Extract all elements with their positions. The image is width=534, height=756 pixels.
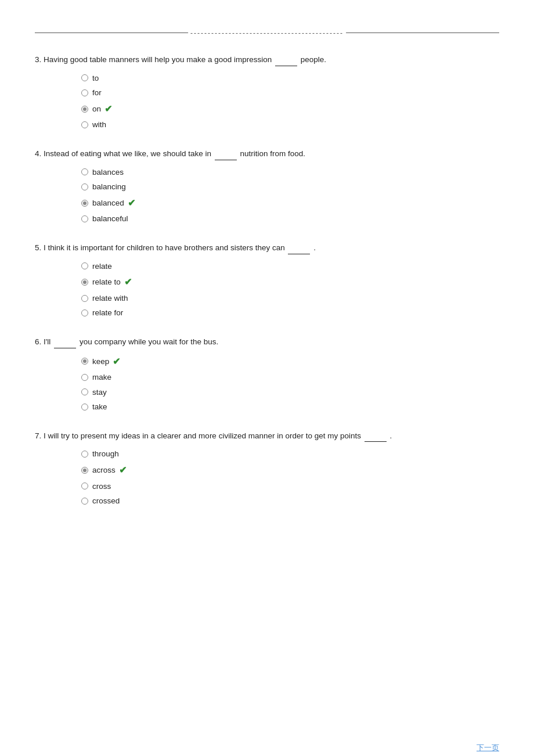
list-item[interactable]: cross (81, 480, 499, 493)
q4-option-a-label: balances (92, 166, 124, 179)
top-dashes: ----------------------------------------… (188, 29, 346, 37)
correct-checkmark: ✔ (104, 102, 112, 117)
list-item[interactable]: relate to ✔ (81, 275, 499, 290)
q5-text-before: 5. I think it is important for children … (35, 243, 285, 252)
radio-q7-c[interactable] (81, 483, 88, 489)
q5-option-c-label: relate with (92, 292, 128, 305)
correct-checkmark: ✔ (124, 275, 132, 290)
q5-text-after: . (313, 243, 316, 252)
radio-q5-b[interactable] (81, 279, 88, 286)
list-item[interactable]: across ✔ (81, 463, 499, 478)
q3-text-before: 3. Having good table manners will help y… (35, 55, 272, 64)
question-5-block: 5. I think it is important for children … (35, 242, 499, 319)
radio-q4-d[interactable] (81, 215, 88, 222)
q7-option-c-label: cross (92, 480, 111, 493)
list-item[interactable]: for (81, 87, 499, 99)
radio-q3-a[interactable] (81, 74, 88, 81)
list-item[interactable]: relate (81, 260, 499, 273)
list-item[interactable]: on ✔ (81, 102, 499, 117)
q3-text-after: people. (301, 55, 326, 64)
radio-q6-d[interactable] (81, 404, 88, 411)
q3-option-a-label: to (92, 72, 99, 85)
top-divider: ----------------------------------------… (35, 29, 499, 36)
q6-option-c-label: stay (92, 386, 107, 399)
q7-option-a-label: through (92, 448, 119, 460)
q3-options: to for on ✔ with (81, 72, 499, 131)
radio-q4-b[interactable] (81, 183, 88, 190)
radio-q4-c[interactable] (81, 200, 88, 207)
list-item[interactable]: relate for (81, 307, 499, 319)
correct-checkmark: ✔ (119, 463, 127, 478)
q6-text-after: you company while you wait for the bus. (80, 337, 218, 346)
question-6-text: 6. I'll you company while you wait for t… (35, 336, 499, 348)
list-item[interactable]: through (81, 448, 499, 460)
radio-q7-b[interactable] (81, 467, 88, 474)
list-item[interactable]: balancing (81, 181, 499, 193)
list-item[interactable]: relate with (81, 292, 499, 305)
correct-checkmark: ✔ (128, 196, 135, 211)
q4-option-c-label: balanced (92, 197, 124, 210)
q4-option-b-label: balancing (92, 181, 126, 193)
q7-text-before: 7. I will try to present my ideas in a c… (35, 431, 361, 440)
list-item[interactable]: with (81, 118, 499, 131)
radio-q4-a[interactable] (81, 168, 88, 175)
q5-options: relate relate to ✔ relate with relate fo… (81, 260, 499, 319)
radio-q7-d[interactable] (81, 498, 88, 505)
q4-text-after: nutrition from food. (240, 149, 305, 158)
q5-option-a-label: relate (92, 260, 112, 273)
radio-q6-a[interactable] (81, 358, 88, 365)
list-item[interactable]: crossed (81, 495, 499, 507)
radio-q7-a[interactable] (81, 451, 88, 458)
radio-q3-b[interactable] (81, 89, 88, 96)
radio-q5-a[interactable] (81, 262, 88, 269)
list-item[interactable]: balanceful (81, 213, 499, 225)
q7-option-d-label: crossed (92, 495, 120, 507)
list-item[interactable]: keep ✔ (81, 354, 499, 369)
q5-option-d-label: relate for (92, 307, 123, 319)
list-item[interactable]: balanced ✔ (81, 196, 499, 211)
q7-text-after: . (390, 431, 392, 440)
question-5-text: 5. I think it is important for children … (35, 242, 499, 254)
q3-option-d-label: with (92, 118, 106, 131)
question-7-text: 7. I will try to present my ideas in a c… (35, 430, 499, 442)
radio-q5-c[interactable] (81, 295, 88, 302)
list-item[interactable]: stay (81, 386, 499, 399)
list-item[interactable]: balances (81, 166, 499, 179)
next-page-link[interactable]: 下一页 (477, 743, 499, 753)
q5-blank (288, 254, 310, 254)
q4-options: balances balancing balanced ✔ balanceful (81, 166, 499, 225)
radio-q6-c[interactable] (81, 388, 88, 395)
radio-q5-d[interactable] (81, 309, 88, 316)
q4-option-d-label: balanceful (92, 213, 128, 225)
correct-checkmark: ✔ (113, 354, 120, 369)
question-3-text: 3. Having good table manners will help y… (35, 53, 499, 66)
q7-blank (365, 441, 387, 442)
list-item[interactable]: to (81, 72, 499, 85)
q3-option-c-label: on (92, 103, 101, 116)
q6-options: keep ✔ make stay take (81, 354, 499, 413)
radio-q3-d[interactable] (81, 121, 88, 128)
q3-blank (275, 66, 297, 66)
radio-q3-c[interactable] (81, 106, 88, 113)
q6-text-before: 6. I'll (35, 337, 50, 346)
q6-option-a-label: keep (92, 355, 109, 368)
question-4-block: 4. Instead of eating what we like, we sh… (35, 147, 499, 225)
q5-option-b-label: relate to (92, 276, 121, 289)
q6-option-d-label: take (92, 401, 107, 413)
question-4-text: 4. Instead of eating what we like, we sh… (35, 147, 499, 160)
q6-blank (54, 348, 76, 348)
q4-blank (215, 160, 237, 160)
q7-option-b-label: across (92, 464, 116, 477)
q4-text-before: 4. Instead of eating what we like, we sh… (35, 149, 211, 158)
next-link-label: 下一页 (477, 743, 499, 752)
question-7-block: 7. I will try to present my ideas in a c… (35, 430, 499, 507)
radio-q6-b[interactable] (81, 374, 88, 381)
list-item[interactable]: take (81, 401, 499, 413)
q3-option-b-label: for (92, 87, 102, 99)
list-item[interactable]: make (81, 371, 499, 384)
question-3-block: 3. Having good table manners will help y… (35, 53, 499, 131)
question-6-block: 6. I'll you company while you wait for t… (35, 336, 499, 413)
page-container: ----------------------------------------… (0, 29, 534, 756)
q6-option-b-label: make (92, 371, 111, 384)
q7-options: through across ✔ cross crossed (81, 448, 499, 507)
